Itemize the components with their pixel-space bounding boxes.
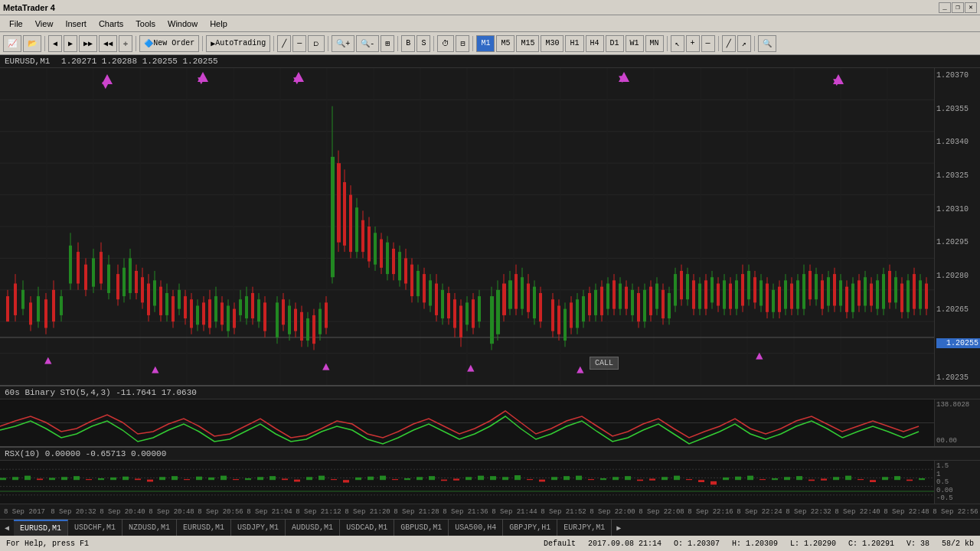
datetime-label: 2017.09.08 21:14 (588, 540, 662, 548)
tab-usdjpy-m1[interactable]: USDJPY,M1 (231, 520, 286, 536)
rsx-scale-5: -0.5 (936, 494, 978, 502)
svg-rect-388 (674, 476, 680, 481)
svg-rect-347 (172, 476, 178, 480)
svg-rect-363 (368, 477, 374, 480)
grid-btn[interactable]: ⊞ (381, 35, 394, 52)
svg-rect-380 (576, 476, 582, 481)
channel-tool[interactable]: ⫐ (308, 35, 325, 52)
tf-m15[interactable]: M15 (516, 35, 539, 52)
price-4: 1.20325 (936, 171, 978, 180)
line2-btn[interactable]: ╱ (722, 35, 736, 52)
svg-rect-407 (906, 480, 913, 481)
menu-insert[interactable]: Insert (59, 18, 93, 30)
svg-rect-376 (527, 479, 533, 480)
autotrading-btn[interactable]: ▶ AutoTrading (206, 35, 270, 52)
sep7 (433, 36, 434, 51)
minimize-button[interactable]: _ (939, 2, 951, 13)
forward-btn[interactable]: ▶▶ (79, 35, 97, 52)
time-8: 8 Sep 21:28 (392, 508, 441, 516)
svg-rect-349 (196, 477, 202, 480)
search-btn[interactable]: 🔍 (758, 35, 776, 52)
time-18: 8 Sep 22:48 (882, 508, 931, 516)
chart-symbol-label: EURUSD,M1 (5, 57, 50, 66)
svg-rect-404 (870, 480, 876, 482)
tab-next-btn[interactable]: ▶ (612, 522, 626, 534)
candlestick-chart (0, 68, 934, 385)
cursor-btn[interactable]: ↖ (671, 35, 684, 52)
sto-canvas[interactable]: 138.8028 00.00 (0, 399, 980, 446)
tab-gbpjpy-h1[interactable]: GBPJPY,H1 (503, 520, 557, 536)
restore-button[interactable]: ❐ (952, 2, 964, 13)
hline-tool[interactable]: — (292, 35, 306, 52)
price-7: 1.20280 (936, 272, 978, 280)
sto-scale: 138.8028 00.00 (934, 399, 980, 446)
next-btn[interactable]: ▶ (64, 35, 77, 52)
time-12: 8 Sep 22:00 (588, 508, 637, 516)
main-chart-canvas[interactable]: ▼ ▼ ▼ ▼ ▼ ▲ ▲ ▲ ▲ ▲ ▲ CALL 1.20370 1.203… (0, 68, 980, 385)
crosshair-btn[interactable]: ✛ (119, 35, 132, 52)
tf-d1[interactable]: D1 (606, 35, 624, 52)
menu-help[interactable]: Help (204, 18, 234, 30)
time-7: 8 Sep 21:20 (343, 508, 392, 516)
tab-eurjpy-m1[interactable]: EURJPY,M1 (557, 520, 612, 536)
tf-w1[interactable]: W1 (626, 35, 644, 52)
svg-rect-351 (220, 476, 227, 481)
menu-view[interactable]: View (29, 18, 60, 30)
open-btn[interactable]: 📂 (23, 35, 41, 52)
svg-rect-350 (208, 478, 214, 480)
svg-rect-337 (49, 478, 55, 480)
zoom-out-btn[interactable]: 🔍- (356, 35, 379, 52)
menu-tools[interactable]: Tools (129, 18, 162, 30)
rsx-canvas[interactable]: 1.5 1 0.5 0.00 -0.5 (0, 461, 980, 504)
tf-m1[interactable]: M1 (476, 35, 495, 52)
svg-rect-343 (122, 477, 129, 480)
svg-rect-362 (355, 478, 361, 480)
svg-rect-398 (796, 476, 802, 480)
tf-m30[interactable]: M30 (541, 35, 564, 52)
menu-file[interactable]: File (3, 18, 29, 30)
minus-btn[interactable]: — (701, 35, 715, 52)
template-btn[interactable]: ⊟ (456, 35, 469, 52)
rsx-scale-1: 1.5 (936, 462, 978, 470)
tab-usdchf-m1[interactable]: USDCHF,M1 (68, 520, 122, 536)
tf-mn[interactable]: MN (645, 35, 664, 52)
time-btn[interactable]: ⏱ (437, 35, 454, 52)
svg-rect-339 (74, 476, 80, 480)
menu-charts[interactable]: Charts (93, 18, 129, 30)
buy-btn[interactable]: B (401, 35, 415, 52)
back-btn[interactable]: ◀◀ (99, 35, 117, 52)
tab-nzdusd-m1[interactable]: NZDUSD,M1 (122, 520, 177, 536)
price-1: 1.20370 (936, 71, 978, 80)
sep3 (202, 36, 203, 51)
svg-rect-392 (723, 478, 729, 480)
ray-btn[interactable]: ↗ (737, 35, 751, 52)
close-button[interactable]: ✕ (965, 2, 977, 13)
price-5: 1.20310 (936, 205, 978, 214)
sep9 (667, 36, 668, 51)
plus-btn[interactable]: + (686, 35, 700, 52)
new-chart-btn[interactable]: 📈 (3, 35, 21, 52)
tab-prev-btn[interactable]: ◀ (0, 522, 14, 534)
tab-gbpusd-m1[interactable]: GBPUSD,M1 (394, 520, 449, 536)
new-order-btn[interactable]: 🔷 New Order (139, 35, 199, 52)
tab-eurusd-m1-2[interactable]: EURUSD,M1 (177, 520, 231, 536)
tf-h1[interactable]: H1 (565, 35, 583, 52)
svg-marker-318 (293, 72, 304, 82)
line-tool[interactable]: ╱ (277, 35, 291, 52)
sell-btn[interactable]: S (416, 35, 430, 52)
tab-usa500-h4[interactable]: USA500,H4 (449, 520, 503, 536)
tab-eurusd-m1-1[interactable]: EURUSD,M1 (14, 520, 68, 536)
toolbar: 📈 📂 ◀ ▶ ▶▶ ◀◀ ✛ 🔷 New Order ▶ AutoTradin… (0, 32, 980, 55)
tab-usdcad-m1[interactable]: USDCAD,M1 (340, 520, 394, 536)
autotrading-label: AutoTrading (215, 39, 266, 47)
tab-audusd-m1[interactable]: AUDUSD,M1 (286, 520, 340, 536)
price-6: 1.20295 (936, 238, 978, 246)
time-17: 8 Sep 22:40 (833, 508, 882, 516)
svg-rect-334 (12, 477, 18, 480)
tf-h4[interactable]: H4 (586, 35, 604, 52)
time-4: 8 Sep 20:56 (196, 508, 245, 516)
zoom-in-btn[interactable]: 🔍+ (332, 35, 354, 52)
tf-m5[interactable]: M5 (496, 35, 514, 52)
menu-window[interactable]: Window (162, 18, 204, 30)
prev-btn[interactable]: ◀ (48, 35, 62, 52)
